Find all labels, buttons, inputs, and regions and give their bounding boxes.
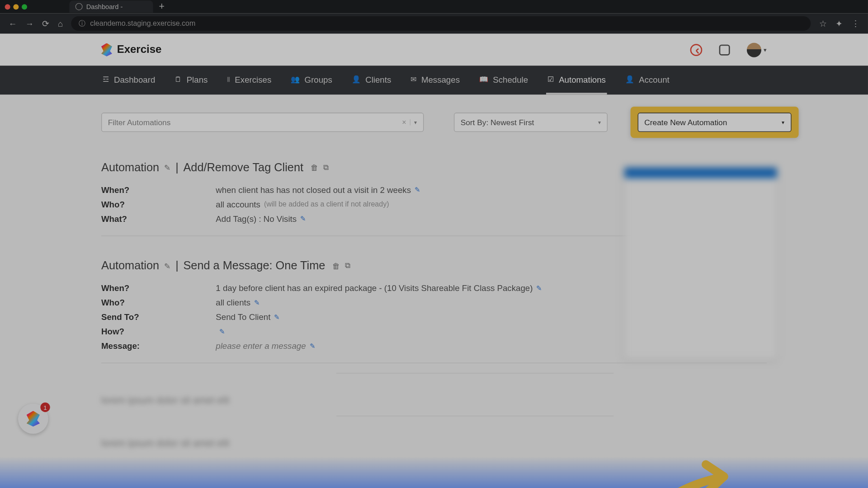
clear-filter-icon[interactable]: × (398, 118, 410, 127)
home-button[interactable]: ⌂ (58, 19, 63, 28)
nav-item-clients[interactable]: 👤Clients (350, 66, 392, 94)
row-value-text: please enter a message (216, 341, 306, 351)
new-tab-button[interactable]: + (159, 1, 164, 12)
row-value-text: all accounts (216, 199, 260, 209)
automations-icon: ☑ (547, 75, 554, 84)
row-label: Message: (101, 341, 216, 351)
chevron-down-icon: ▾ (782, 119, 785, 125)
row-label: Who? (101, 199, 216, 209)
brand-name: Exercise (117, 43, 162, 56)
minimize-window-icon[interactable] (13, 4, 19, 9)
close-window-icon[interactable] (5, 4, 10, 9)
pencil-icon[interactable]: ✎ (254, 299, 259, 306)
nav-label: Schedule (493, 75, 528, 84)
row-value: ✎ (216, 327, 225, 336)
nav-label: Exercises (235, 75, 271, 84)
messages-icon: ✉ (410, 75, 416, 84)
divider (336, 373, 613, 373)
app-header: Exercise ▾ (0, 34, 868, 66)
pencil-icon[interactable]: ✎ (164, 163, 171, 172)
nav-item-account[interactable]: 👤Account (624, 66, 670, 94)
row-value-text: Send To Client (216, 312, 270, 322)
back-button[interactable]: ← (9, 19, 17, 28)
nav-item-dashboard[interactable]: ☲Dashboard (101, 66, 156, 94)
filter-automations-input[interactable]: Filter Automations × ▾ (101, 113, 424, 132)
pencil-icon[interactable]: ✎ (415, 186, 420, 193)
nav-item-messages[interactable]: ✉Messages (409, 66, 461, 94)
checkbox-icon[interactable] (719, 44, 730, 55)
globe-icon (75, 3, 83, 10)
brand[interactable]: Exercise (101, 43, 161, 56)
plans-icon: 🗒 (175, 75, 182, 84)
nav-label: Clients (365, 75, 391, 84)
sort-label: Sort By: Newest First (461, 118, 534, 127)
browser-tab[interactable]: Dashboard - (69, 0, 153, 13)
row-value-text: when client has has not closed out a vis… (216, 185, 411, 194)
nav-item-groups[interactable]: 👥Groups (289, 66, 333, 94)
extensions-icon[interactable]: ✦ (835, 19, 843, 28)
nav-label: Groups (305, 75, 332, 84)
automation-title-prefix: Automation (101, 259, 159, 272)
blurred-content: lorem ipsum dolor sit amet elit (101, 438, 767, 449)
nav-label: Account (639, 75, 669, 84)
row-value: please enter a message✎ (216, 341, 315, 351)
pencil-icon[interactable]: ✎ (536, 284, 542, 292)
create-new-automation-button[interactable]: Create New Automation ▾ (638, 113, 792, 132)
user-menu[interactable]: ▾ (747, 42, 767, 57)
automation-title-suffix: Send a Message: One Time (183, 259, 325, 272)
pencil-icon[interactable]: ✎ (219, 328, 225, 335)
browser-toolbar: ← → ⟳ ⌂ ⓘ cleandemo.staging.exercise.com… (0, 13, 868, 33)
trash-icon[interactable]: 🗑 (311, 163, 318, 172)
url-text: cleandemo.staging.exercise.com (90, 19, 195, 28)
automation-title-prefix: Automation (101, 161, 159, 174)
side-panel-blurred (624, 167, 778, 360)
account-icon: 👤 (625, 75, 634, 84)
browser-tab-strip: Dashboard - + (0, 0, 868, 13)
row-label: How? (101, 327, 216, 336)
forward-button[interactable]: → (25, 19, 34, 28)
pencil-icon[interactable]: ✎ (164, 261, 171, 270)
site-info-icon: ⓘ (79, 19, 85, 28)
address-bar[interactable]: ⓘ cleandemo.staging.exercise.com (71, 16, 811, 31)
nav-label: Dashboard (114, 75, 155, 84)
nav-item-plans[interactable]: 🗒Plans (173, 66, 209, 94)
pipe: | (175, 259, 179, 272)
nav-item-automations[interactable]: ☑Automations (546, 66, 607, 94)
chevron-down-icon: ▾ (764, 47, 767, 53)
pencil-icon[interactable]: ✎ (310, 342, 315, 350)
row-label: When? (101, 283, 216, 293)
copy-icon[interactable]: ⧉ (345, 261, 350, 270)
maximize-window-icon[interactable] (22, 4, 27, 9)
sort-by-dropdown[interactable]: Sort By: Newest First ▾ (454, 113, 608, 132)
chevron-down-icon[interactable]: ▾ (410, 119, 417, 125)
window-controls (5, 4, 27, 9)
content: Filter Automations × ▾ Sort By: Newest F… (0, 94, 868, 488)
main-nav: ☲Dashboard🗒Plans⫴Exercises👥Groups👤Client… (0, 66, 868, 94)
pencil-icon[interactable]: ✎ (274, 313, 279, 321)
nav-item-exercises[interactable]: ⫴Exercises (226, 66, 273, 94)
nav-item-schedule[interactable]: 📖Schedule (478, 66, 529, 94)
tab-title: Dashboard - (86, 3, 123, 10)
row-subtext: (will be added as a client if not alread… (264, 200, 389, 209)
logo-icon (101, 43, 112, 56)
reload-button[interactable]: ⟳ (42, 19, 49, 28)
clock-icon[interactable] (690, 44, 703, 56)
highlight-annotation: Create New Automation ▾ (631, 107, 799, 138)
row-label: When? (101, 185, 216, 194)
copy-icon[interactable]: ⧉ (323, 163, 329, 172)
pencil-icon[interactable]: ✎ (300, 215, 306, 222)
trash-icon[interactable]: 🗑 (332, 261, 340, 270)
arrow-annotation-icon (627, 459, 766, 488)
pipe: | (175, 161, 179, 174)
bookmark-icon[interactable]: ☆ (819, 19, 827, 28)
filter-bar: Filter Automations × ▾ Sort By: Newest F… (101, 107, 767, 138)
row-value: all clients✎ (216, 298, 259, 307)
nav-label: Plans (187, 75, 208, 84)
row-value-text: Add Tag(s) : No Visits (216, 214, 297, 223)
menu-icon[interactable]: ⋮ (851, 19, 860, 28)
automation-title-suffix: Add/Remove Tag Client (183, 161, 303, 174)
divider (101, 363, 767, 363)
row-label: What? (101, 214, 216, 223)
schedule-icon: 📖 (479, 75, 488, 84)
groups-icon: 👥 (291, 75, 300, 84)
